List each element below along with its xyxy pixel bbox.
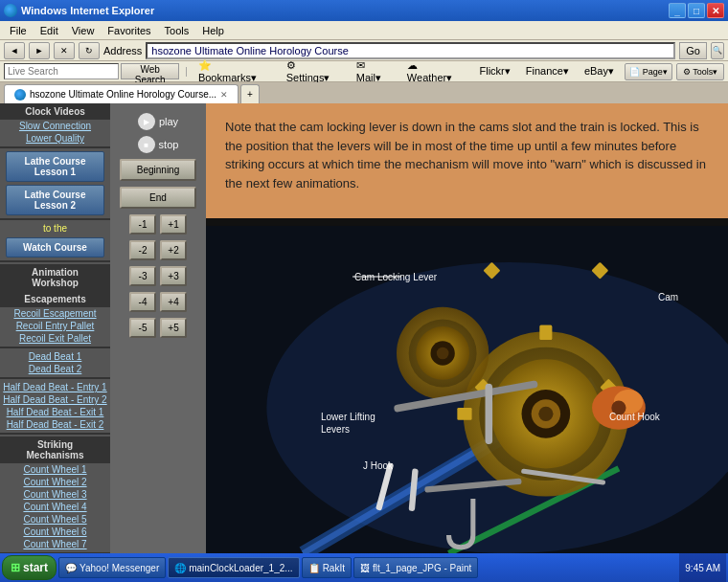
ie-tools[interactable]: ⚙ Tools▾ xyxy=(676,63,724,80)
sidebar-count-wheel-1[interactable]: Count Wheel 1 xyxy=(0,463,110,476)
taskbar: ⊞ start 💬 Yahoo! Messenger 🌐 mainClockLo… xyxy=(0,553,728,582)
sidebar-lathe-lesson2[interactable]: Lathe CourseLesson 2 xyxy=(6,185,105,215)
taskbar-system-tray: 9:45 AM xyxy=(679,553,726,582)
sidebar-dead-beat-1[interactable]: Dead Beat 1 xyxy=(0,350,110,363)
tab-icon xyxy=(14,89,26,101)
step-minus2[interactable]: -2 xyxy=(129,240,156,260)
step-row-2: -2 +2 xyxy=(129,240,187,260)
sidebar-recoil-escapement[interactable]: Recoil Escapement xyxy=(0,307,110,320)
menu-view[interactable]: View xyxy=(66,23,101,38)
active-tab[interactable]: hsozone Ultimate Online Horology Course.… xyxy=(4,84,239,103)
sidebar-count-wheel-5[interactable]: Count Wheel 5 xyxy=(0,513,110,526)
sidebar-lathe-lesson1[interactable]: Lathe CourseLesson 1 xyxy=(6,151,105,182)
search-icon[interactable]: 🔍 xyxy=(711,42,724,59)
minimize-button[interactable]: _ xyxy=(669,3,686,18)
page-tools[interactable]: 📄 Page▾ xyxy=(625,63,672,80)
sidebar-escapements: Escapements xyxy=(0,291,110,307)
step-minus4[interactable]: -4 xyxy=(129,292,156,312)
step-row-3: -3 +3 xyxy=(129,266,187,286)
sidebar-half-dead-beat-entry2[interactable]: Half Dead Beat - Entry 2 xyxy=(0,393,110,406)
new-tab-button[interactable]: + xyxy=(240,84,260,103)
step-minus1[interactable]: -1 xyxy=(129,214,156,235)
taskbar-rakit[interactable]: 📋 RakIt xyxy=(302,557,352,578)
tab-close-button[interactable]: ✕ xyxy=(220,90,228,100)
tab-label: hsozone Ultimate Online Horology Course.… xyxy=(30,89,216,100)
sidebar-count-wheel-6[interactable]: Count Wheel 6 xyxy=(0,526,110,538)
taskbar-mainclock[interactable]: 🌐 mainClockLoader_1_2... xyxy=(168,557,299,578)
content-area: Clock Videos Slow Connection Lower Quali… xyxy=(0,103,728,561)
sidebar-to-the: to the xyxy=(0,222,110,235)
info-text: Note that the cam locking lever is down … xyxy=(225,118,709,192)
stop-button[interactable]: ■ stop xyxy=(138,136,179,153)
back-button[interactable]: ◄ xyxy=(4,42,25,59)
end-button[interactable]: End xyxy=(120,187,196,209)
ie-icon xyxy=(4,4,17,17)
search-input[interactable] xyxy=(4,63,119,79)
sidebar-watch-course[interactable]: Watch Course xyxy=(6,237,105,257)
step-plus2[interactable]: +2 xyxy=(160,240,187,260)
controls-panel: ▶ play ■ stop Beginning End -1 +1 -2 +2 … xyxy=(110,103,206,561)
step-plus5[interactable]: +5 xyxy=(160,318,187,338)
step-row-4: -4 +4 xyxy=(129,292,187,312)
sidebar-dead-beat-2[interactable]: Dead Beat 2 xyxy=(0,363,110,375)
sidebar-slow-connection[interactable]: Slow Connection xyxy=(0,120,110,132)
beginning-button[interactable]: Beginning xyxy=(120,159,196,181)
sidebar-count-wheel-3[interactable]: Count Wheel 3 xyxy=(0,488,110,501)
sidebar-count-wheel-2[interactable]: Count Wheel 2 xyxy=(0,476,110,488)
go-button[interactable]: Go xyxy=(679,42,707,59)
close-button[interactable]: ✕ xyxy=(707,3,724,18)
mechanism-svg xyxy=(206,218,728,561)
video-area: Cam Locking Lever Cam Lower LiftingLever… xyxy=(206,218,728,561)
sidebar-title: Clock Videos xyxy=(0,103,110,120)
flickr-toolbar[interactable]: Flickr▾ xyxy=(474,62,514,80)
sidebar-half-dead-beat-exit1[interactable]: Half Dead Beat - Exit 1 xyxy=(0,406,110,418)
toolbar-row: Web Search | ⭐ Bookmarks▾ ⚙ Settings▾ ✉ … xyxy=(0,61,728,82)
stop-button[interactable]: ✕ xyxy=(54,42,75,59)
svg-rect-28 xyxy=(486,384,493,444)
info-box: Note that the cam locking lever is down … xyxy=(206,103,728,218)
step-plus3[interactable]: +3 xyxy=(160,266,187,286)
browser-window: Windows Internet Explorer _ □ ✕ File Edi… xyxy=(0,0,728,582)
address-label: Address xyxy=(103,45,142,56)
ebay-toolbar[interactable]: eBay▾ xyxy=(580,62,619,80)
menu-edit[interactable]: Edit xyxy=(34,23,64,38)
play-button[interactable]: ▶ play xyxy=(138,113,178,130)
play-icon: ▶ xyxy=(138,113,155,130)
menu-bar: File Edit View Favorites Tools Help xyxy=(0,21,728,40)
sidebar-striking-title: StrikingMechanisms xyxy=(0,436,110,463)
menu-help[interactable]: Help xyxy=(196,23,230,38)
sidebar-half-dead-beat-entry1[interactable]: Half Dead Beat - Entry 1 xyxy=(0,381,110,393)
svg-rect-10 xyxy=(540,325,553,340)
refresh-button[interactable]: ↻ xyxy=(79,42,100,59)
forward-button[interactable]: ► xyxy=(29,42,50,59)
clock-display: 9:45 AM xyxy=(685,563,720,573)
sidebar-animation-workshop: AnimationWorkshop xyxy=(0,264,110,291)
maximize-button[interactable]: □ xyxy=(688,3,705,18)
taskbar-paint[interactable]: 🖼 flt_1_page_JPG - Paint xyxy=(353,557,478,578)
step-row-1: -1 +1 xyxy=(129,214,187,235)
sidebar-lower-quality[interactable]: Lower Quality xyxy=(0,132,110,145)
right-panel: Note that the cam locking lever is down … xyxy=(206,103,728,561)
web-search-button[interactable]: Web Search xyxy=(121,63,179,79)
menu-file[interactable]: File xyxy=(4,23,33,38)
sidebar-count-wheel-4[interactable]: Count Wheel 4 xyxy=(0,501,110,513)
svg-point-26 xyxy=(611,400,626,414)
start-button[interactable]: ⊞ start xyxy=(2,555,57,580)
sidebar-recoil-entry-pallet[interactable]: Recoil Entry Pallet xyxy=(0,320,110,332)
step-plus1[interactable]: +1 xyxy=(160,214,187,235)
menu-tools[interactable]: Tools xyxy=(159,23,195,38)
sidebar-count-wheel-7[interactable]: Count Wheel 7 xyxy=(0,538,110,550)
taskbar-yahoo-messenger[interactable]: 💬 Yahoo! Messenger xyxy=(58,557,166,578)
step-minus3[interactable]: -3 xyxy=(129,266,156,286)
sidebar: Clock Videos Slow Connection Lower Quali… xyxy=(0,103,110,561)
step-plus4[interactable]: +4 xyxy=(160,292,187,312)
finance-toolbar[interactable]: Finance▾ xyxy=(521,62,574,80)
sidebar-recoil-exit-pallet[interactable]: Recoil Exit Pallet xyxy=(0,332,110,345)
sidebar-half-dead-beat-exit2[interactable]: Half Dead Beat - Exit 2 xyxy=(0,418,110,431)
stop-icon: ■ xyxy=(138,136,155,153)
step-minus5[interactable]: -5 xyxy=(129,318,156,338)
step-row-5: -5 +5 xyxy=(129,318,187,338)
search-toolbar: Web Search xyxy=(4,63,179,79)
play-label: play xyxy=(159,116,178,127)
menu-favorites[interactable]: Favorites xyxy=(102,23,156,38)
